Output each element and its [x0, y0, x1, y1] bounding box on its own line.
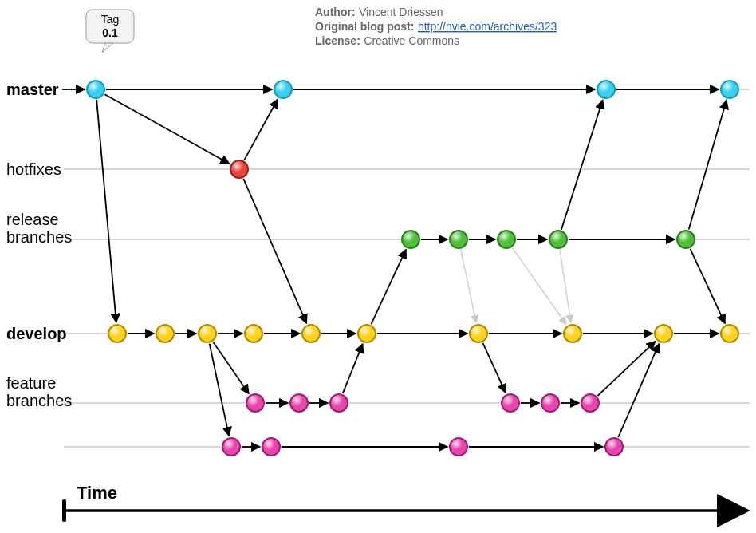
meta-post-link[interactable]: http://nvie.com/archives/323	[418, 20, 557, 33]
lane-label-hotfixes: hotfixes	[6, 160, 61, 178]
commit-fA0	[246, 394, 264, 412]
svg-point-61	[451, 439, 467, 455]
edge	[371, 250, 406, 325]
commit-m0	[87, 81, 104, 98]
commit-fA1	[290, 394, 308, 412]
edge	[343, 344, 363, 393]
svg-point-9	[598, 81, 614, 97]
edge	[560, 250, 571, 322]
svg-point-11	[722, 81, 738, 97]
commit-d3	[245, 325, 262, 342]
svg-point-27	[157, 326, 173, 342]
svg-point-45	[247, 395, 263, 411]
svg-point-13	[231, 161, 247, 177]
lane-label-feature1: featurebranches	[6, 374, 72, 409]
commit-fA2	[330, 394, 348, 412]
svg-point-41	[656, 326, 671, 342]
svg-point-15	[403, 231, 419, 247]
meta-license-label: License:	[315, 34, 360, 47]
edge	[561, 100, 603, 229]
commit-r0	[402, 231, 419, 248]
commit-fB1	[262, 438, 280, 456]
lane-label-master: master	[6, 81, 59, 98]
commit-r3	[549, 231, 567, 248]
commit-h0	[230, 160, 248, 178]
svg-point-47	[291, 395, 307, 411]
edge	[512, 248, 565, 325]
lane-label-release: releasebranches	[6, 211, 72, 246]
edge	[482, 343, 506, 393]
svg-point-21	[550, 231, 566, 247]
svg-point-53	[542, 395, 558, 411]
commit-r2	[498, 231, 515, 248]
svg-point-51	[502, 395, 518, 411]
commit-r1	[450, 231, 467, 248]
commit-d9	[721, 325, 738, 342]
svg-point-31	[246, 326, 262, 342]
tag-callout: Tag 0.1	[86, 10, 134, 53]
svg-text:Author: Vincent Driessen: Author: Vincent Driessen	[315, 5, 443, 18]
commit-m1	[274, 81, 292, 98]
meta-author-value: Vincent Driessen	[359, 6, 443, 18]
svg-point-37	[471, 326, 486, 342]
commit-d0	[108, 325, 126, 342]
meta-post-label: Original blog post:	[315, 20, 414, 33]
svg-point-19	[498, 231, 514, 247]
svg-point-35	[359, 326, 375, 342]
commit-fA4	[541, 394, 559, 412]
svg-point-25	[109, 326, 125, 342]
svg-point-59	[263, 439, 279, 455]
time-axis: Time	[62, 483, 734, 522]
commit-d5	[358, 325, 376, 342]
edge	[210, 344, 229, 436]
commit-fB3	[605, 438, 623, 456]
commit-fA3	[502, 394, 519, 412]
svg-point-39	[565, 326, 581, 342]
tag-line2: 0.1	[102, 26, 118, 39]
lane-label-develop: develop	[6, 325, 67, 342]
svg-point-55	[582, 395, 598, 411]
edge	[243, 179, 306, 323]
svg-text:License: Creative Commons: License: Creative Commons	[315, 34, 459, 47]
meta-block: Author: Vincent Driessen Original blog p…	[315, 5, 557, 47]
svg-point-49	[331, 395, 347, 411]
gitflow-diagram: Tag 0.1 Author: Vincent Driessen Origina…	[0, 0, 756, 533]
svg-point-43	[722, 326, 738, 342]
edge	[104, 94, 229, 164]
edge	[96, 100, 116, 322]
commit-d2	[199, 325, 216, 342]
commit-r4	[677, 231, 695, 248]
tag-line1: Tag	[101, 13, 120, 26]
commit-d4	[302, 325, 320, 342]
edge	[597, 342, 655, 396]
svg-point-33	[303, 326, 319, 342]
svg-point-5	[88, 81, 104, 97]
time-label: Time	[77, 483, 117, 503]
edge	[461, 250, 476, 323]
svg-point-7	[275, 81, 291, 97]
edge	[689, 100, 726, 229]
commit-d1	[156, 325, 174, 342]
meta-author-label: Author:	[315, 6, 356, 18]
commit-d8	[655, 325, 672, 342]
commit-d6	[470, 325, 487, 342]
svg-text:Original blog post: http://nvi: Original blog post: http://nvie.com/arch…	[315, 19, 557, 33]
svg-point-63	[606, 439, 622, 455]
commit-m3	[721, 81, 738, 98]
edge	[690, 249, 725, 324]
edge	[244, 99, 278, 160]
svg-point-29	[199, 326, 215, 342]
commit-fB2	[450, 438, 467, 456]
commit-fB0	[222, 438, 240, 456]
svg-point-17	[451, 231, 467, 247]
svg-rect-65	[62, 499, 66, 522]
commit-d7	[564, 325, 581, 342]
svg-point-23	[678, 231, 694, 247]
commit-fA5	[581, 394, 599, 412]
svg-point-57	[223, 439, 239, 455]
meta-license-value: Creative Commons	[364, 34, 459, 47]
commit-m2	[597, 81, 615, 98]
